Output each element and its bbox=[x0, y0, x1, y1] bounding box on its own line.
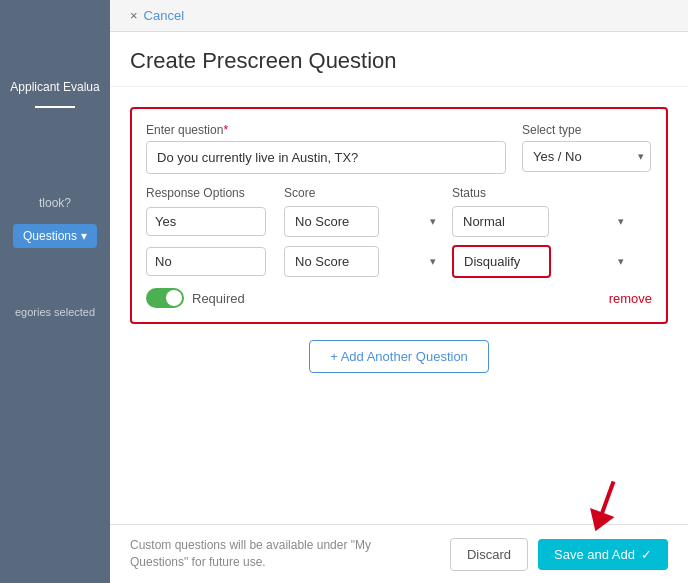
page-title: Create Prescreen Question bbox=[110, 32, 688, 87]
cancel-link[interactable]: Cancel bbox=[144, 8, 184, 23]
score-yes-dropdown[interactable]: No Score 1 2 bbox=[284, 206, 379, 237]
table-row: No Score 1 2 ▾ Normal Disqualify Preferr… bbox=[146, 206, 652, 237]
score-no-wrapper: No Score 1 2 ▾ bbox=[284, 246, 444, 277]
sidebar-underline bbox=[35, 106, 75, 108]
outlook-label: tlook? bbox=[33, 196, 77, 210]
svg-marker-1 bbox=[583, 508, 614, 536]
cancel-x-icon: × bbox=[130, 8, 138, 23]
questions-chevron: ▾ bbox=[81, 229, 87, 243]
status-no-dropdown[interactable]: Normal Disqualify Preferred bbox=[452, 245, 551, 278]
sidebar: Applicant Evalua tlook? Questions ▾ egor… bbox=[0, 0, 110, 583]
question-field-label: Enter question* bbox=[146, 123, 506, 137]
select-type-label: Select type bbox=[522, 123, 652, 137]
question-field-group: Enter question* bbox=[146, 123, 506, 174]
response-option-no[interactable] bbox=[146, 247, 266, 276]
applicant-eval-label: Applicant Evalua bbox=[4, 80, 105, 96]
status-no-wrapper: Normal Disqualify Preferred ▾ bbox=[452, 245, 632, 278]
status-header: Status bbox=[452, 186, 632, 200]
score-header: Score bbox=[284, 186, 444, 200]
score-yes-arrow-icon: ▾ bbox=[430, 215, 436, 228]
form-area: Enter question* Select type Yes / No Mul… bbox=[110, 87, 688, 524]
required-toggle[interactable] bbox=[146, 288, 184, 308]
required-row: Required remove bbox=[146, 288, 652, 308]
status-yes-wrapper: Normal Disqualify Preferred ▾ bbox=[452, 206, 632, 237]
save-add-label: Save and Add bbox=[554, 547, 635, 562]
question-input[interactable] bbox=[146, 141, 506, 174]
select-type-dropdown[interactable]: Yes / No Multiple Choice Text bbox=[522, 141, 651, 172]
question-block: Enter question* Select type Yes / No Mul… bbox=[130, 107, 668, 324]
toggle-knob bbox=[166, 290, 182, 306]
score-no-dropdown[interactable]: No Score 1 2 bbox=[284, 246, 379, 277]
remove-link[interactable]: remove bbox=[609, 291, 652, 306]
status-no-arrow-icon: ▾ bbox=[618, 255, 624, 268]
select-type-wrapper: Yes / No Multiple Choice Text ▾ bbox=[522, 141, 652, 172]
required-toggle-group: Required bbox=[146, 288, 245, 308]
main-panel: × Cancel Create Prescreen Question Enter… bbox=[110, 0, 688, 583]
question-type-row: Enter question* Select type Yes / No Mul… bbox=[146, 123, 652, 174]
status-yes-dropdown[interactable]: Normal Disqualify Preferred bbox=[452, 206, 549, 237]
questions-button[interactable]: Questions ▾ bbox=[13, 224, 97, 248]
required-label: Required bbox=[192, 291, 245, 306]
footer: Custom questions will be available under… bbox=[110, 524, 688, 583]
response-table: Response Options Score Status No Score 1… bbox=[146, 186, 652, 278]
categories-selected-label: egories selected bbox=[9, 306, 101, 318]
discard-button[interactable]: Discard bbox=[450, 538, 528, 571]
checkmark-icon: ✓ bbox=[641, 547, 652, 562]
add-another-question-button[interactable]: + Add Another Question bbox=[309, 340, 489, 373]
footer-note: Custom questions will be available under… bbox=[130, 537, 430, 571]
response-option-yes[interactable] bbox=[146, 207, 266, 236]
response-header-row: Response Options Score Status bbox=[146, 186, 652, 200]
score-no-arrow-icon: ▾ bbox=[430, 255, 436, 268]
status-yes-arrow-icon: ▾ bbox=[618, 215, 624, 228]
save-and-add-button[interactable]: Save and Add ✓ bbox=[538, 539, 668, 570]
response-options-header: Response Options bbox=[146, 186, 276, 200]
type-field-group: Select type Yes / No Multiple Choice Tex… bbox=[522, 123, 652, 172]
questions-label: Questions bbox=[23, 229, 77, 243]
table-row: No Score 1 2 ▾ Normal Disqualify Preferr… bbox=[146, 245, 652, 278]
score-yes-wrapper: No Score 1 2 ▾ bbox=[284, 206, 444, 237]
add-question-row: + Add Another Question bbox=[130, 340, 668, 373]
footer-buttons: Discard Save and Add ✓ bbox=[450, 538, 668, 571]
cancel-bar: × Cancel bbox=[110, 0, 688, 32]
